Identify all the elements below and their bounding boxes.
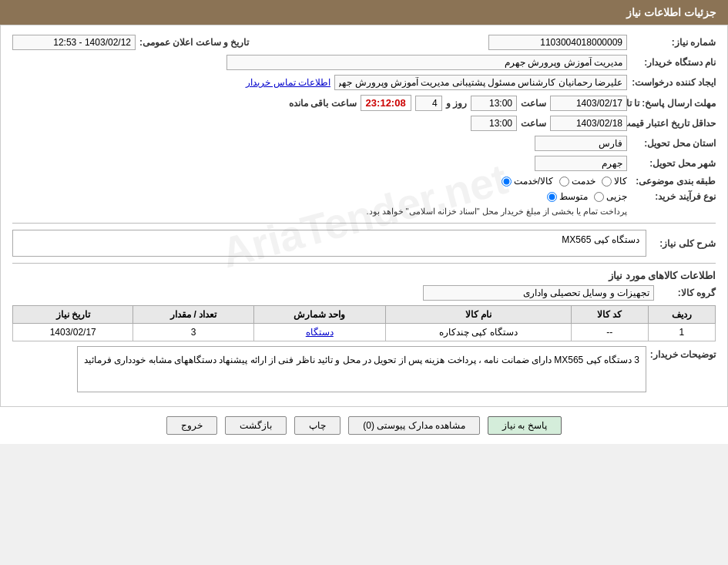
requester-label: ایجاد کننده درخواست: <box>631 77 716 88</box>
col-code: کد کالا <box>571 306 648 324</box>
contact-link[interactable]: اطلاعات تماس خریدار <box>246 77 330 88</box>
requester-row: ایجاد کننده درخواست: اطلاعات تماس خریدار <box>12 75 716 90</box>
cell-code: -- <box>571 324 648 341</box>
cell-row: 1 <box>648 324 715 341</box>
category-radio-group: کالا خدمت کالا/خدمت <box>502 176 627 187</box>
validity-row: حداقل تاریخ اعتبار قیمت: تا تاریخ: ساعت <box>12 116 716 131</box>
buyer-name-input[interactable] <box>226 55 627 70</box>
view-attachments-button[interactable]: مشاهده مدارک پیوستی (0) <box>348 416 480 435</box>
payment-note-text: پرداخت تمام یا بخشی از مبلغ خریدار محل "… <box>366 207 627 217</box>
page-header: جزئیات اطلاعات نیاز <box>0 0 728 25</box>
print-button[interactable]: چاپ <box>294 416 341 435</box>
buyer-name-row: نام دستگاه خریدار: <box>12 55 716 70</box>
category-label: طبقه بندی موضوعی: <box>631 176 716 187</box>
goods-group-input[interactable] <box>423 285 654 301</box>
goods-group-row: گروه کالا: <box>12 285 716 301</box>
need-description-value: دستگاه کپی MX565 <box>562 234 639 245</box>
validity-date-input[interactable] <box>550 116 627 131</box>
province-input[interactable] <box>535 136 627 151</box>
need-number-label: شماره نیاز: <box>631 37 716 48</box>
buyer-notes-text: 3 دستگاه کپی MX565 دارای ضمانت نامه ، پر… <box>84 355 639 365</box>
deadline-date-input[interactable] <box>550 96 627 111</box>
buyer-name-label: نام دستگاه خریدار: <box>631 57 716 68</box>
buyer-notes-box: 3 دستگاه کپی MX565 دارای ضمانت نامه ، پر… <box>77 346 646 392</box>
main-container: جزئیات اطلاعات نیاز AriaTender.net شماره… <box>0 0 728 444</box>
announcement-date-input[interactable] <box>12 35 136 50</box>
content-area: AriaTender.net شماره نیاز: تاریخ و ساعت … <box>0 25 728 407</box>
category-radio-both[interactable]: کالا/خدمت <box>502 176 553 187</box>
need-description-row: شرح کلی نیاز: دستگاه کپی MX565 <box>12 230 716 257</box>
requester-input[interactable] <box>334 75 627 90</box>
need-description-box: دستگاه کپی MX565 <box>12 230 646 257</box>
goods-info-title: اطلاعات کالاهای مورد نیاز <box>12 270 716 281</box>
col-unit: واحد شمارش <box>253 306 385 324</box>
purchase-type-radio-group: جزیی متوسط <box>547 191 627 202</box>
need-number-row: شماره نیاز: تاریخ و ساعت اعلان عمومی: <box>12 35 716 50</box>
purchase-type-medium[interactable]: متوسط <box>547 191 588 202</box>
payment-note-row: پرداخت تمام یا بخشی از مبلغ خریدار محل "… <box>12 207 716 217</box>
purchase-type-partial[interactable]: جزیی <box>594 191 627 202</box>
category-row: طبقه بندی موضوعی: کالا خدمت کالا/خدمت <box>12 176 716 187</box>
cell-unit[interactable]: دستگاه <box>253 324 385 341</box>
back-button[interactable]: بازگشت <box>225 416 287 435</box>
deadline-days-label: روز و <box>446 98 467 109</box>
page-title: جزئیات اطلاعات نیاز <box>626 6 716 18</box>
col-name: نام کالا <box>385 306 571 324</box>
deadline-days-input[interactable] <box>415 96 442 111</box>
validity-label: حداقل تاریخ اعتبار قیمت: تا تاریخ: <box>631 118 716 129</box>
need-description-label: شرح کلی نیاز: <box>650 238 716 249</box>
deadline-time-input[interactable] <box>471 96 517 111</box>
deadline-row: مهلت ارسال پاسخ: تا تاریخ: ساعت روز و 23… <box>12 95 716 111</box>
table-row: 1 -- دستگاه کپی چندکاره دستگاه 3 1403/02… <box>13 324 716 341</box>
validity-time-input[interactable] <box>471 116 517 131</box>
col-qty: تعداد / مقدار <box>133 306 253 324</box>
deadline-label: مهلت ارسال پاسخ: تا تاریخ: <box>631 98 716 109</box>
province-label: استان محل تحویل: <box>631 138 716 149</box>
deadline-remaining-label: ساعت باقی مانده <box>289 98 357 109</box>
buyer-notes-row: توضیحات خریدار: 3 دستگاه کپی MX565 دارای… <box>12 346 716 392</box>
city-label: شهر محل تحویل: <box>631 158 716 169</box>
answer-button[interactable]: پاسخ به نیاز <box>488 416 562 435</box>
cell-name: دستگاه کپی چندکاره <box>385 324 571 341</box>
deadline-timer: 23:12:08 <box>361 95 411 111</box>
cell-date: 1403/02/17 <box>13 324 133 341</box>
goods-group-label: گروه کالا: <box>658 288 716 298</box>
goods-table: ردیف کد کالا نام کالا واحد شمارش تعداد /… <box>12 305 716 341</box>
announcement-date-label: تاریخ و ساعت اعلان عمومی: <box>139 37 249 48</box>
cell-qty: 3 <box>133 324 253 341</box>
deadline-time-label: ساعت <box>521 98 546 109</box>
province-row: استان محل تحویل: <box>12 136 716 151</box>
category-radio-service[interactable]: خدمت <box>559 176 595 187</box>
col-date: تاریخ نیاز <box>13 306 133 324</box>
need-number-input[interactable] <box>488 35 627 50</box>
col-row: ردیف <box>648 306 715 324</box>
bottom-buttons: پاسخ به نیاز مشاهده مدارک پیوستی (0) چاپ… <box>0 407 728 444</box>
validity-time-label: ساعت <box>521 118 546 129</box>
category-radio-goods[interactable]: کالا <box>602 176 627 187</box>
city-input[interactable] <box>535 156 627 171</box>
purchase-type-row: نوع فرآیند خرید: جزیی متوسط <box>12 191 716 202</box>
exit-button[interactable]: خروج <box>166 416 217 435</box>
purchase-type-label: نوع فرآیند خرید: <box>631 191 716 202</box>
buyer-notes-label: توضیحات خریدار: <box>650 346 716 360</box>
city-row: شهر محل تحویل: <box>12 156 716 171</box>
